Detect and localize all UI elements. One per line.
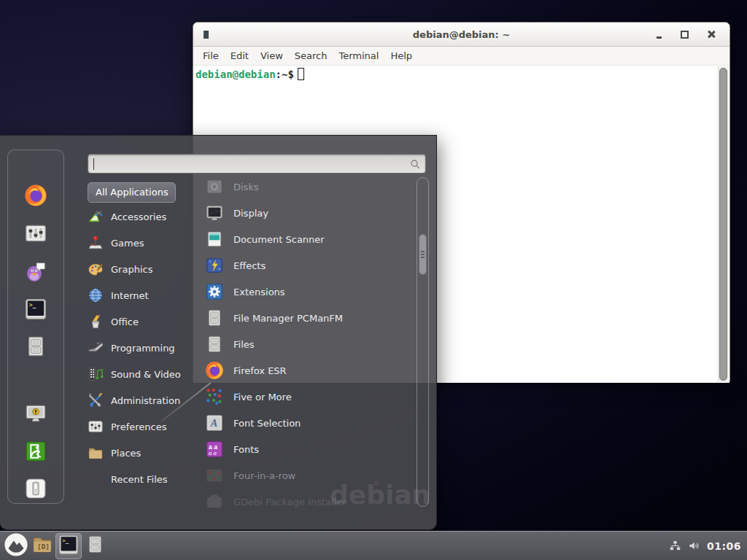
- display-icon: [205, 203, 224, 222]
- programming-icon: [88, 340, 104, 356]
- category-sound-and-video[interactable]: Sound & Video: [88, 363, 201, 385]
- search-caret: [93, 158, 94, 170]
- session-log-out[interactable]: [24, 440, 47, 463]
- terminal-scrollbar-thumb[interactable]: [719, 68, 727, 381]
- app-effects[interactable]: Effects: [205, 254, 413, 277]
- terminal-titlebar[interactable]: debian@debian: ~: [193, 23, 729, 47]
- desktop: debian debian@debian: ~ FileEditViewSear…: [0, 0, 747, 560]
- four-in-a-row-icon: [205, 466, 224, 485]
- volume-icon[interactable]: [688, 540, 700, 552]
- terminal-menu-terminal[interactable]: Terminal: [333, 50, 384, 61]
- terminal-icon: >_: [24, 310, 47, 324]
- file-cabinet-icon: [205, 335, 224, 354]
- category-places[interactable]: Places: [88, 442, 201, 464]
- app-firefox-esr[interactable]: Firefox ESR: [205, 359, 413, 382]
- app-disks[interactable]: Disks: [205, 175, 413, 198]
- category-office[interactable]: Office: [88, 311, 201, 332]
- terminal-menu-edit[interactable]: Edit: [225, 50, 255, 61]
- category-programming[interactable]: Programming: [88, 337, 201, 359]
- app-display[interactable]: Display: [205, 201, 413, 225]
- network-icon[interactable]: [669, 540, 681, 552]
- session-lock-screen[interactable]: [24, 402, 47, 425]
- accessories-icon: [88, 209, 104, 225]
- category-administration[interactable]: Administration: [88, 389, 201, 411]
- favorite-settings[interactable]: [24, 222, 47, 245]
- terminal-scrollbar[interactable]: [718, 66, 729, 382]
- terminal-menu-help[interactable]: Help: [384, 50, 418, 61]
- taskbar-tray: 01:06: [669, 540, 747, 552]
- five-or-more-icon: [205, 387, 224, 406]
- category-label: Games: [111, 238, 144, 249]
- app-label: Fonts: [233, 444, 259, 455]
- search-input[interactable]: [93, 156, 402, 173]
- terminal-menu-search[interactable]: Search: [289, 50, 333, 61]
- taskbar-launcher-files[interactable]: [82, 533, 108, 559]
- favorite-files[interactable]: [24, 335, 47, 358]
- effects-icon: [205, 256, 224, 275]
- category-all-applications[interactable]: All Applications: [88, 182, 176, 203]
- category-label: Sound & Video: [111, 369, 181, 380]
- app-label: Display: [233, 208, 268, 219]
- category-label: Administration: [111, 395, 180, 406]
- app-label: Five or More: [233, 392, 292, 402]
- app-label: Effects: [233, 260, 266, 271]
- app-label: GDebi Package Installer: [233, 497, 347, 508]
- app-extensions[interactable]: Extensions: [205, 280, 413, 303]
- app-four-in-a-row[interactable]: Four-in-a-row: [205, 464, 413, 487]
- taskbar-launcher-terminal[interactable]: >_: [55, 533, 82, 559]
- app-gdebi-package-installer[interactable]: GDebi Package Installer: [205, 490, 413, 513]
- favorite-pidgin[interactable]: [24, 260, 47, 283]
- app-label: File Manager PCManFM: [233, 313, 343, 324]
- category-recent-files[interactable]: Recent Files: [88, 468, 201, 490]
- category-label: Office: [111, 316, 139, 327]
- menu-search[interactable]: [88, 154, 426, 174]
- app-label: Extensions: [233, 287, 285, 298]
- svg-text:_: _: [32, 302, 36, 308]
- extensions-icon: [205, 282, 224, 301]
- app-label: Four-in-a-row: [233, 470, 295, 481]
- app-fonts[interactable]: a aa aFonts: [205, 438, 413, 461]
- apps-scrollbar[interactable]: [417, 177, 429, 507]
- sound-video-icon: [88, 366, 104, 382]
- app-files[interactable]: Files: [205, 332, 413, 356]
- category-label: Preferences: [111, 421, 166, 432]
- no-icon: [88, 471, 104, 487]
- favorites-column: >_: [7, 149, 64, 504]
- app-label: Disks: [233, 182, 259, 192]
- app-document-scanner[interactable]: Document Scanner: [205, 228, 413, 251]
- category-preferences[interactable]: Preferences: [88, 416, 201, 438]
- category-internet[interactable]: Internet: [88, 284, 201, 306]
- app-file-manager-pcmanfm[interactable]: File Manager PCManFM: [205, 306, 413, 330]
- minimize-button[interactable]: [657, 36, 662, 39]
- terminal-menu-view[interactable]: View: [255, 50, 289, 61]
- category-accessories[interactable]: Accessories: [88, 206, 201, 228]
- favorite-firefox[interactable]: [24, 184, 47, 207]
- taskbar-launcher-menu-button[interactable]: [3, 533, 29, 559]
- folder-d-icon: [D]: [31, 534, 53, 559]
- taskbar-launcher-desktop-folder[interactable]: [D]: [29, 533, 55, 559]
- graphics-icon: [88, 261, 104, 277]
- app-label: Font Selection: [233, 418, 301, 429]
- session-shut-down[interactable]: [24, 477, 47, 500]
- fonts-icon: a aa a: [205, 440, 224, 459]
- favorite-terminal[interactable]: >_: [24, 298, 47, 321]
- terminal-menubar: FileEditViewSearchTerminalHelp: [193, 47, 729, 66]
- firefox-icon: [205, 361, 224, 380]
- menu-circle-icon: [4, 532, 28, 560]
- close-button[interactable]: [708, 31, 715, 38]
- preferences-icon: [88, 419, 104, 435]
- taskbar-clock[interactable]: 01:06: [707, 540, 741, 552]
- office-icon: [88, 314, 104, 330]
- svg-text:a a: a a: [209, 449, 217, 456]
- app-label: Document Scanner: [233, 234, 325, 245]
- category-games[interactable]: Games: [88, 232, 201, 254]
- internet-icon: [88, 287, 104, 303]
- maximize-button[interactable]: [681, 31, 689, 39]
- terminal-icon: >_: [58, 534, 80, 559]
- apps-scrollbar-thumb[interactable]: [419, 234, 427, 275]
- app-label: Files: [233, 339, 255, 350]
- app-five-or-more[interactable]: Five or More: [205, 385, 413, 408]
- terminal-menu-file[interactable]: File: [197, 50, 225, 61]
- category-graphics[interactable]: Graphics: [88, 258, 201, 280]
- app-font-selection[interactable]: AFont Selection: [205, 411, 413, 435]
